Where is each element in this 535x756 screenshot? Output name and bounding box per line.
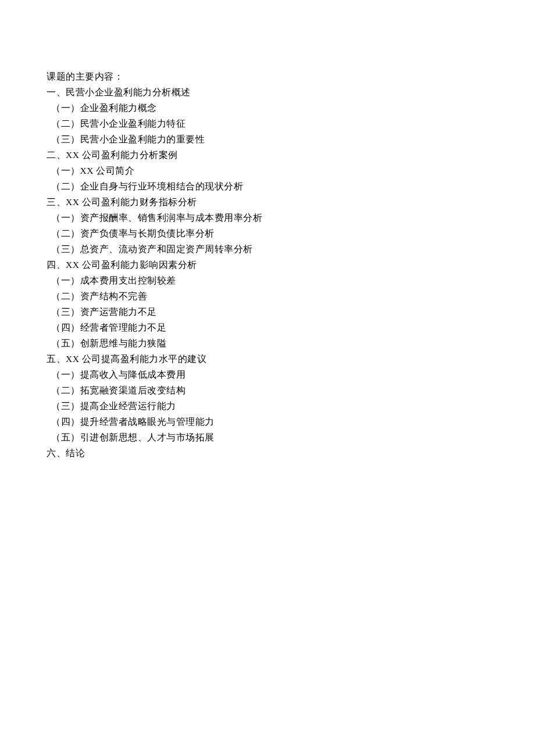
outline-item: （四）提升经营者战略眼光与管理能力 (47, 414, 488, 429)
outline-item: （二）拓宽融资渠道后改变结构 (47, 382, 488, 398)
section-heading: 二、XX 公司盈利能力分析案例 (47, 147, 488, 163)
outline-item: （三）总资产、流动资产和固定资产周转率分析 (47, 241, 488, 257)
outline-item: （三）民营小企业盈利能力的重要性 (47, 131, 488, 147)
outline-item: （二）资产结构不完善 (47, 288, 488, 304)
section-heading: 四、XX 公司盈利能力影响因素分析 (47, 257, 488, 273)
outline-item: （一）企业盈利能力概念 (47, 100, 488, 116)
outline-item: （三）资产运营能力不足 (47, 304, 488, 320)
outline-item: （二）企业自身与行业环境相结合的现状分析 (47, 178, 488, 194)
outline-item: （二）民营小企业盈利能力特征 (47, 116, 488, 131)
outline-item: （四）经营者管理能力不足 (47, 320, 488, 335)
outline-item: （五）引进创新思想、人才与市场拓展 (47, 429, 488, 445)
outline-item: （一）提高收入与降低成本费用 (47, 367, 488, 382)
outline-item: （五）创新思维与能力狭隘 (47, 335, 488, 351)
section-heading: 一、民营小企业盈利能力分析概述 (47, 84, 488, 100)
outline-item: （一）XX 公司简介 (47, 163, 488, 178)
section-heading: 五、XX 公司提高盈利能力水平的建议 (47, 351, 488, 367)
section-heading: 三、XX 公司盈利能力财务指标分析 (47, 194, 488, 210)
outline-item: （一）成本费用支出控制较差 (47, 273, 488, 288)
section-heading: 六、结论 (47, 445, 488, 461)
outline-item: （一）资产报酬率、销售利润率与成本费用率分析 (47, 210, 488, 225)
outline-item: （二）资产负债率与长期负债比率分析 (47, 225, 488, 241)
outline-item: （三）提高企业经营运行能力 (47, 398, 488, 414)
document-title: 课题的主要内容： (47, 69, 488, 84)
